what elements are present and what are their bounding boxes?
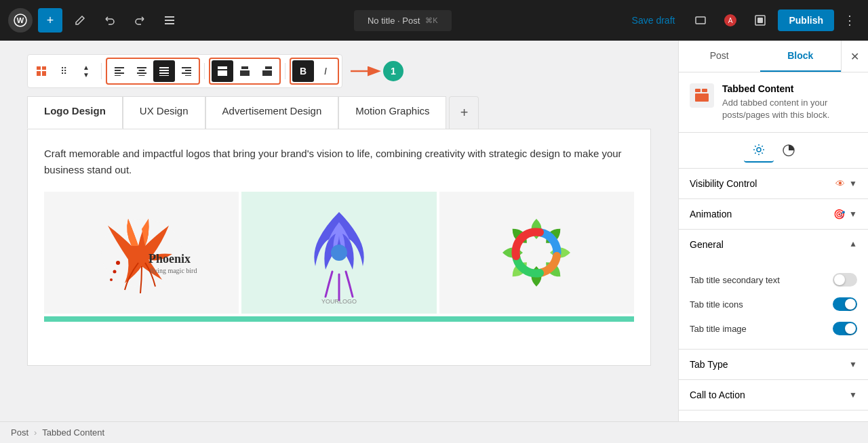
right-panel: Post Block ✕ Tabbed Content Add tabbed c… — [678, 41, 868, 421]
more-menu-button[interactable]: ⋮ — [840, 9, 860, 32]
tab-type-section: Tab Type ▼ — [679, 350, 868, 380]
svg-rect-29 — [185, 75, 191, 76]
drag-handle-button[interactable]: ⠿ — [53, 60, 75, 82]
icons-toggle[interactable] — [833, 297, 857, 311]
svg-rect-3 — [165, 20, 174, 21]
keyboard-shortcut: ⌘K — [425, 16, 437, 25]
align-full-button[interactable] — [153, 60, 175, 82]
breadcrumb-post[interactable]: Post — [11, 427, 28, 438]
svg-rect-9 — [757, 18, 763, 23]
block-type-button[interactable] — [31, 60, 52, 82]
tab-ux-design[interactable]: UX Design — [123, 96, 205, 129]
layout-button[interactable] — [748, 8, 772, 33]
icons-label: Tab title icons — [690, 299, 743, 310]
tab-advertisement-design[interactable]: Advertisement Design — [205, 96, 339, 129]
svg-point-43 — [331, 245, 347, 261]
svg-rect-18 — [137, 67, 146, 68]
svg-point-39 — [113, 270, 116, 274]
secondary-text-toggle[interactable] — [833, 273, 857, 287]
block-type-group: ⠿ ▲▼ — [31, 60, 97, 82]
tab-layout-group — [209, 58, 281, 85]
align-left-button[interactable] — [108, 60, 130, 82]
undo-button[interactable] — [98, 8, 122, 33]
post-title-button[interactable]: No title · Post ⌘K — [354, 10, 452, 31]
toolbar-divider-3 — [285, 63, 285, 79]
toolbar-divider-1 — [101, 63, 102, 79]
avatar-button[interactable]: A — [718, 8, 743, 33]
save-draft-button[interactable]: Save draft — [624, 11, 684, 30]
block-info-description: Add tabbed content in your posts/pages w… — [722, 97, 857, 121]
align-center-button[interactable] — [131, 60, 153, 82]
tab-type-chevron: ▼ — [849, 360, 857, 369]
tab-post[interactable]: Post — [679, 41, 760, 72]
publish-button[interactable]: Publish — [778, 9, 834, 31]
toolbar-divider-2 — [204, 63, 205, 79]
animation-icon: 🎯 — [833, 209, 845, 219]
redo-button[interactable] — [127, 8, 152, 33]
tab-block[interactable]: Block — [760, 41, 842, 72]
settings-icon-tab[interactable] — [744, 138, 774, 163]
svg-rect-28 — [182, 72, 191, 74]
visibility-control-label: Visibility Control — [690, 178, 757, 189]
block-info: Tabbed Content Add tabbed content in you… — [679, 72, 868, 133]
svg-rect-48 — [695, 93, 709, 102]
secondary-text-label: Tab title secondary text — [690, 275, 780, 285]
svg-text:YOURLOGO: YOURLOGO — [321, 298, 357, 305]
italic-button[interactable]: I — [315, 60, 336, 82]
add-tab-button[interactable]: + — [449, 96, 479, 129]
breadcrumb-separator: › — [34, 427, 37, 438]
breadcrumb-tabbed-content[interactable]: Tabbed Content — [42, 427, 104, 438]
move-up-button[interactable]: ▲▼ — [75, 60, 97, 82]
call-to-action-header[interactable]: Call to Action ▼ — [679, 380, 868, 410]
editor-area: ⠿ ▲▼ — [0, 41, 678, 421]
general-label: General — [690, 239, 724, 250]
toggle-row-icons: Tab title icons — [690, 292, 857, 316]
main-layout: ⠿ ▲▼ — [0, 41, 868, 421]
tab-full-button[interactable] — [212, 60, 233, 82]
content-description: Craft memorable and impactful logos that… — [44, 146, 634, 178]
svg-rect-19 — [139, 70, 145, 71]
bold-button[interactable]: B — [292, 60, 314, 82]
svg-rect-14 — [115, 67, 124, 68]
block-toolbar: ⠿ ▲▼ — [27, 54, 342, 88]
general-header[interactable]: General ▼ — [679, 230, 868, 259]
image-label: Tab title image — [690, 324, 747, 334]
svg-rect-25 — [159, 75, 169, 76]
visibility-control-section: Visibility Control 👁 ▼ — [679, 169, 868, 199]
edit-button[interactable] — [68, 8, 92, 33]
add-block-button[interactable]: + — [38, 8, 62, 33]
animation-header[interactable]: Animation 🎯 ▼ — [679, 199, 868, 229]
svg-rect-47 — [702, 89, 707, 92]
svg-rect-5 — [696, 17, 705, 24]
document-overview-button[interactable] — [157, 8, 182, 33]
tab-type-header[interactable]: Tab Type ▼ — [679, 350, 868, 379]
panel-icon-tabs — [679, 133, 868, 169]
svg-point-38 — [116, 261, 120, 265]
wp-logo-icon[interactable]: W — [8, 8, 33, 33]
svg-text:W: W — [17, 16, 24, 24]
logo-cell-1: Phoenix flying magic bird — [44, 192, 239, 314]
tab-motion-graphics[interactable]: Motion Graphics — [338, 96, 446, 129]
svg-rect-10 — [37, 66, 41, 70]
svg-rect-27 — [185, 70, 191, 71]
bottom-strip — [44, 316, 634, 322]
svg-point-40 — [110, 278, 113, 281]
svg-rect-33 — [240, 70, 250, 76]
call-to-action-section: Call to Action ▼ — [679, 380, 868, 410]
image-toggle[interactable] — [833, 322, 857, 335]
general-chevron: ▼ — [849, 240, 857, 249]
animation-section: Animation 🎯 ▼ — [679, 199, 868, 230]
svg-rect-31 — [218, 70, 227, 76]
tab-right-button[interactable] — [256, 60, 278, 82]
visibility-control-header[interactable]: Visibility Control 👁 ▼ — [679, 169, 868, 198]
view-button[interactable] — [688, 8, 713, 33]
svg-text:Lorem Ipsum Dolor Sit Amet: Lorem Ipsum Dolor Sit Amet — [309, 306, 369, 307]
close-panel-button[interactable]: ✕ — [841, 41, 868, 72]
tab-center-button[interactable] — [234, 60, 256, 82]
logo-grid: Phoenix flying magic bird — [44, 192, 634, 314]
tab-logo-design[interactable]: Logo Design — [27, 96, 123, 129]
svg-rect-4 — [165, 23, 174, 24]
general-content: Tab title secondary text Tab title icons… — [679, 259, 868, 349]
align-right-button[interactable] — [176, 60, 197, 82]
styles-icon-tab[interactable] — [774, 138, 804, 163]
